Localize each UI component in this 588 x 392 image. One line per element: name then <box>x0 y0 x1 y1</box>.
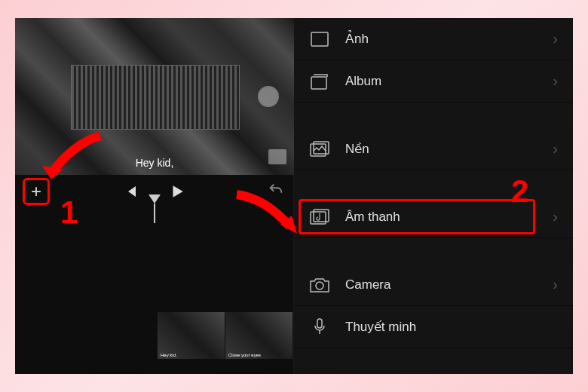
clip-label: Hey kid, <box>161 353 177 357</box>
menu-item-image[interactable]: Ảnh › <box>294 18 573 60</box>
menu-item-background[interactable]: Nền › <box>294 128 573 170</box>
subtitle-text: Hey kid, <box>136 157 174 169</box>
menu-label: Album <box>345 74 537 89</box>
media-menu-panel: Ảnh › Album › Nền › Âm thanh › <box>294 18 573 374</box>
menu-item-voiceover[interactable]: Thuyết minh <box>294 306 573 348</box>
record-indicator <box>258 86 279 107</box>
menu-label: Âm thanh <box>345 210 537 225</box>
menu-label: Nền <box>345 141 537 157</box>
timeline-clip[interactable]: Hey kid, Close your eyes <box>158 312 293 359</box>
editor-panel: Hey kid, + <box>15 18 294 374</box>
background-icon <box>309 139 330 160</box>
image-icon <box>309 29 330 50</box>
svg-rect-1 <box>311 77 326 89</box>
add-media-button[interactable]: + <box>24 179 48 204</box>
play-button[interactable] <box>169 183 185 200</box>
microphone-icon <box>309 317 330 338</box>
chevron-right-icon: › <box>553 276 558 293</box>
timeline[interactable]: Hey kid, Close your eyes <box>15 208 293 374</box>
video-frame <box>15 18 294 175</box>
svg-point-6 <box>316 282 323 289</box>
camera-icon <box>309 274 330 296</box>
menu-item-camera[interactable]: Camera › <box>294 264 573 306</box>
annotation-highlight-1 <box>23 178 50 205</box>
text-tool-icon[interactable] <box>268 149 286 164</box>
menu-item-audio[interactable]: Âm thanh › <box>294 196 573 238</box>
album-icon <box>309 71 330 92</box>
menu-label: Thuyết minh <box>345 319 558 335</box>
chevron-right-icon: › <box>553 30 558 47</box>
menu-label: Ảnh <box>345 31 537 47</box>
menu-item-album[interactable]: Album › <box>294 60 573 103</box>
svg-rect-0 <box>311 32 328 46</box>
playhead[interactable] <box>149 194 161 223</box>
menu-label: Camera <box>345 277 537 292</box>
chevron-right-icon: › <box>553 72 558 90</box>
undo-button[interactable] <box>268 182 284 201</box>
previous-button[interactable] <box>124 184 139 199</box>
svg-rect-7 <box>317 319 322 328</box>
chevron-right-icon: › <box>553 140 558 158</box>
chevron-right-icon: › <box>553 208 558 225</box>
audio-icon <box>309 207 330 228</box>
clip-label: Close your eyes <box>228 353 261 357</box>
video-preview[interactable]: Hey kid, <box>15 18 294 175</box>
